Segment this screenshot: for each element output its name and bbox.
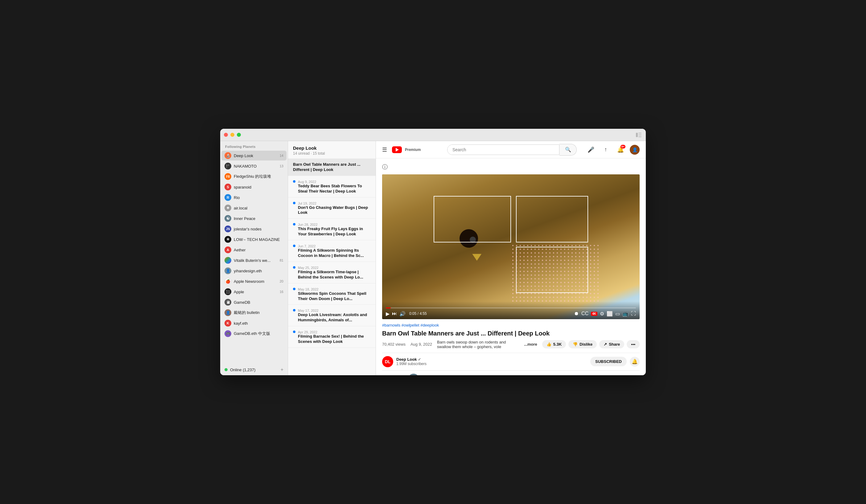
unread-indicator-1 [293,180,296,183]
sidebar-toggle-icon[interactable] [635,131,642,138]
video-overlay-boxes [382,174,640,319]
middle-panel-subtitle: 14 unread · 15 total [293,151,371,156]
autoplay-button[interactable]: ⏺ [574,311,579,317]
subscribe-button[interactable]: SUBSCRIBED [590,357,627,366]
sidebar-badge-vitalik: 81 [280,259,284,262]
unread-indicator-7 [293,309,296,311]
sidebar-item-apple[interactable]: ⬛ Apple 16 [221,287,287,297]
sidebar-item-fledgeshiu[interactable]: F8 FledgeShiu 的垃圾堆 [221,172,287,182]
unread-indicator-3 [293,223,296,226]
sidebar-item-kayf[interactable]: K kayf.eth [221,318,287,328]
minimize-button[interactable] [230,133,234,137]
sidebar-item-gamedb[interactable]: 🖥 GameDB [221,297,287,307]
channel-info: Deep Look ✓ 1.99M subscribers [396,357,587,366]
middle-panel-title: Deep Look [293,146,371,151]
like-button[interactable]: 👍 5.3K [542,340,566,348]
feed-item-7[interactable]: May 17, 2022 Deep Look Livestream: Axolo… [288,305,376,326]
sidebar-item-rio[interactable]: R Rio [221,193,287,203]
close-button[interactable] [224,133,228,137]
feed-item-3[interactable]: Jun 28, 2022 This Freaky Fruit Fly Lays … [288,219,376,240]
more-options-button[interactable]: ••• [627,340,640,348]
progress-bar[interactable] [386,308,636,308]
youtube-content: ⓘ [376,158,646,375]
sidebar-badge-nakamoto: 13 [280,164,284,168]
settings-button[interactable]: ⚙ [600,311,604,317]
volume-button[interactable]: 🔊 [399,311,406,317]
sidebar-avatar-inner-peace: ☯ [224,215,231,222]
user-avatar[interactable]: 👤 [630,145,640,154]
search-button[interactable]: 🔍 [559,144,577,156]
play-button[interactable]: ▶ [386,311,389,317]
feed-item-4[interactable]: Jun 7, 2022 Filming A Silkworm Spinning … [288,240,376,262]
feed-item-3-date: Jun 28, 2022 [298,223,371,227]
search-input[interactable] [447,145,559,154]
feed-item-7-date: May 17, 2022 [298,309,371,312]
sidebar-label-deep-look: Deep Look [234,153,277,158]
sidebar-avatar-aether: A [224,247,231,253]
online-plus-button[interactable]: + [281,367,284,373]
feed-item-6-title: Silkworms Spin Cocoons That Spell Their … [298,291,371,301]
sidebar-item-aether[interactable]: A Aether [221,245,287,255]
sidebar-item-daiming[interactable]: 👤 戴铭的 bulletin [221,308,287,318]
skip-button[interactable]: ⏭ [392,311,397,317]
feed-item-selected[interactable]: Barn Owl Table Manners are Just ... Diff… [288,159,376,176]
sidebar-item-nakamoto[interactable]: 🏴 NAKAMOTO 13 [221,161,287,171]
miniplayer-button[interactable]: ⬜ [607,311,613,317]
comments-row: Comments 353 The owl-face hat they used … [382,370,640,375]
overlay-box-1 [434,196,511,242]
feed-item-6[interactable]: May 18, 2022 Silkworms Spin Cocoons That… [288,284,376,305]
info-icon[interactable]: ⓘ [382,163,640,171]
sidebar-item-airlocal[interactable]: ✦ air.local [221,203,287,213]
sidebar-item-deep-look[interactable]: 🔬 Deep Look 14 [221,151,287,160]
dislike-button[interactable]: 👎 Dislike [568,340,597,348]
sidebar-item-sparanoid[interactable]: S sparanoid [221,182,287,192]
sidebar-label-daiming: 戴铭的 bulletin [234,310,281,316]
sidebar-avatar-rio: R [224,194,231,201]
notification-bell-button[interactable]: 🔔 [630,357,640,367]
thumbs-down-icon: 👎 [573,342,578,346]
sidebar-label-inner-peace: Inner Peace [234,216,281,221]
feed-item-8[interactable]: Apr 29, 2022 Filming Barnacle Sex! | Beh… [288,326,376,348]
share-button[interactable]: ↗ Share [599,340,624,348]
maximize-button[interactable] [237,133,241,137]
video-player[interactable]: ▶ ⏭ 🔊 0:05 / 4:55 ⏺ CC [382,174,640,319]
youtube-logo[interactable]: Premium [392,146,421,153]
sidebar-item-gamedb-cn[interactable]: 🎮 GameDB.eth 中文版 [221,329,287,339]
channel-avatar: DL [382,356,393,367]
captions-button[interactable]: CC [581,311,588,317]
sidebar-label-fledgeshiu: FledgeShiu 的垃圾堆 [234,174,281,179]
feed-item-2[interactable]: Jul 19, 2022 Don't Go Chasing Water Bugs… [288,197,376,219]
menu-icon[interactable]: ☰ [382,146,387,153]
dislike-label: Dislike [579,342,592,346]
sidebar-item-lowtech[interactable]: ✳ LOW←TECH MAGAZINE [221,234,287,244]
video-more-button[interactable]: ...more [524,342,537,346]
video-actions: 👍 5.3K 👎 Dislike ↗ Share ••• [542,340,640,348]
feed-item-8-content: Apr 29, 2022 Filming Barnacle Sex! | Beh… [298,329,371,344]
sidebar-label-apple-newsroom: Apple Newsroom [234,279,277,284]
theater-button[interactable]: ▭ [615,311,620,317]
feed-item-5[interactable]: May 25, 2022 Filming a Silkworm Time-lap… [288,262,376,284]
sidebar-avatar-gamedb: 🖥 [224,299,231,306]
unread-indicator-4 [293,244,296,247]
sidebar-item-apple-newsroom[interactable]: 🍎 Apple Newsroom 20 [221,276,287,286]
online-status: Online (1,237) + [221,365,287,375]
thumbs-up-icon: 👍 [546,342,552,346]
microphone-button[interactable]: 🎤 [585,144,597,155]
feed-item-5-date: May 25, 2022 [298,266,371,270]
sidebar-avatar-deep-look: 🔬 [224,152,231,159]
sidebar-item-vitalik[interactable]: Vitalik Buterin's we... 81 [221,255,287,265]
sidebar-label-airlocal: air.local [234,206,281,210]
unread-indicator-6 [293,288,296,290]
upload-button[interactable]: ↑ [600,144,611,155]
notifications-button[interactable]: 🔔 9+ [615,144,626,155]
sidebar-avatar-jolestar: JN [224,226,231,232]
feed-item-1[interactable]: Aug 9, 2022 Teddy Bear Bees Stab Flowers… [288,176,376,197]
sidebar-item-inner-peace[interactable]: ☯ Inner Peace [221,214,287,224]
sidebar-item-yihan[interactable]: 👤 yihandesign.eth [221,266,287,276]
cast-button[interactable]: 📺 [622,311,629,317]
sidebar-avatar-yihan: 👤 [224,267,231,274]
sidebar-avatar-airlocal: ✦ [224,205,231,211]
sidebar-item-jolestar[interactable]: JN jolestar's nodes [221,224,287,234]
controls-row: ▶ ⏭ 🔊 0:05 / 4:55 ⏺ CC [386,311,636,317]
fullscreen-button[interactable]: ⛶ [631,311,636,317]
